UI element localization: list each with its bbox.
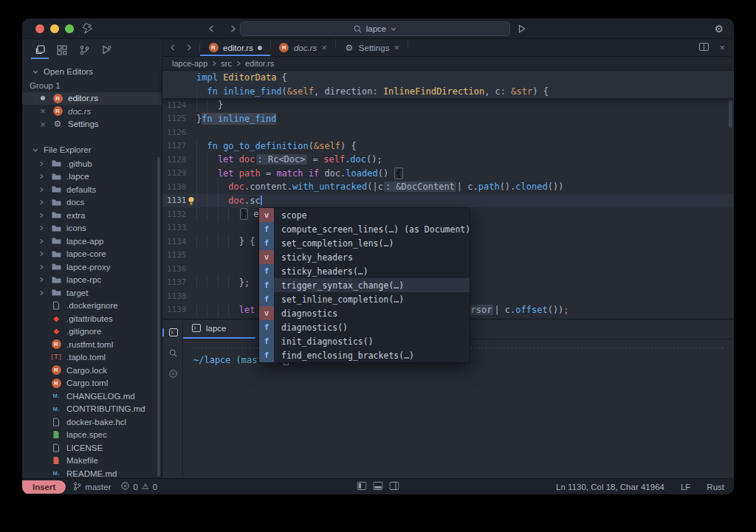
explorer-folder-row[interactable]: extra	[22, 209, 162, 222]
tabs-back-button[interactable]	[170, 44, 176, 52]
explorer-file-row[interactable]: ◆.gitattributes	[22, 312, 162, 325]
indent-guides	[196, 235, 239, 249]
completion-item[interactable]: ffind_enclosing_brackets(…)	[259, 348, 470, 362]
code-line[interactable]: 1125}fn inline_find	[162, 112, 734, 126]
language-mode[interactable]: Rust	[707, 483, 724, 491]
editor-scrollbar[interactable]	[729, 100, 732, 128]
palette-search-box[interactable]: lapce	[240, 21, 510, 36]
chevron-down-icon	[32, 147, 38, 153]
plugins-panel-icon[interactable]	[53, 42, 71, 59]
terminal-tab[interactable]: lapce	[183, 319, 255, 339]
explorer-file-row[interactable]: LICENSE	[22, 441, 162, 455]
close-icon[interactable]: ×	[38, 120, 47, 129]
explorer-folder-row[interactable]: .lapce	[22, 170, 162, 184]
close-window-button[interactable]	[35, 24, 44, 33]
explorer-file-row[interactable]: [T].taplo.toml	[22, 351, 162, 365]
completion-item[interactable]: fcompute_screen_lines(…) (as Document)	[259, 222, 470, 236]
toggle-bottom-panel-icon[interactable]	[374, 482, 383, 491]
explorer-folder-row[interactable]: lapce-rpc	[22, 274, 162, 287]
tab-Settings[interactable]: ⚙Settings×	[336, 39, 408, 56]
tab-doc-rs[interactable]: Rdoc.rs×	[271, 39, 335, 56]
explorer-folder-row[interactable]: lapce-app	[22, 235, 162, 248]
search-panel-icon[interactable]	[162, 349, 182, 357]
nav-back-button[interactable]	[208, 22, 215, 35]
breadcrumb[interactable]: lapce-appsrceditor.rs	[162, 57, 734, 71]
completion-item[interactable]: fsticky_headers(…)	[259, 264, 470, 278]
explorer-folder-row[interactable]: docs	[22, 196, 162, 210]
explorer-folder-row[interactable]: target	[22, 286, 162, 300]
close-tab-icon[interactable]: ×	[394, 43, 399, 52]
editor-group-label: Group 1	[22, 79, 162, 92]
code-action-lightbulb[interactable]	[186, 194, 196, 208]
code-line[interactable]: 1130doc.content.with_untracked(|c: &DocC…	[162, 180, 734, 194]
tabs-forward-button[interactable]	[186, 44, 192, 52]
explorer-file-row[interactable]: R.rustfmt.toml	[22, 338, 162, 351]
code-line[interactable]: 1126	[162, 125, 734, 139]
completion-item[interactable]: fset_inline_completion(…)	[259, 292, 470, 306]
code-line[interactable]: 1131doc.sc	[162, 194, 734, 208]
explorer-file-row[interactable]: docker-bake.hcl	[22, 415, 162, 429]
close-icon[interactable]: ×	[38, 106, 47, 116]
gear-icon: ⚙	[52, 120, 63, 128]
settings-gear-icon[interactable]: ⚙	[714, 24, 724, 34]
toggle-left-panel-icon[interactable]	[357, 482, 367, 491]
completion-item[interactable]: ftrigger_syntax_change(…)	[259, 278, 470, 292]
problems-panel-icon[interactable]	[162, 370, 182, 378]
tab-editor-rs[interactable]: Reditor.rs	[200, 39, 270, 56]
explorer-file-row[interactable]: M↓README.md	[22, 467, 162, 478]
line-number: 1131	[167, 196, 186, 205]
open-editors-header[interactable]: Open Editors	[22, 64, 162, 79]
explorer-file-row[interactable]: ◆.gitignore	[22, 325, 162, 339]
completion-item[interactable]: vdiagnostics	[259, 306, 470, 320]
completion-item[interactable]: fset_completion_lens(…)	[259, 236, 470, 250]
code-token: inline_find	[223, 86, 281, 97]
completion-item[interactable]: vscope	[259, 208, 470, 222]
explorer-file-row[interactable]: RCargo.lock	[22, 364, 162, 377]
toggle-right-panel-icon[interactable]	[390, 482, 399, 491]
minimize-window-button[interactable]	[50, 24, 59, 33]
open-editor-item[interactable]: ×Rdoc.rs	[22, 105, 162, 118]
completion-item[interactable]: fdiagnostics()	[259, 320, 470, 334]
explorer-file-row[interactable]: Makefile	[22, 455, 162, 468]
open-editor-item[interactable]: Reditor.rs	[22, 92, 162, 106]
open-editor-item[interactable]: ×⚙Settings	[22, 118, 162, 131]
explorer-file-row[interactable]: .dockerignore	[22, 300, 162, 313]
explorer-file-row[interactable]: RCargo.toml	[22, 377, 162, 390]
cursor-position[interactable]: Ln 1130, Col 18, Char 41964	[556, 483, 664, 491]
close-tab-icon[interactable]: ×	[321, 43, 327, 52]
zoom-window-button[interactable]	[65, 24, 74, 33]
explorer-folder-row[interactable]: icons	[22, 222, 162, 235]
branch-indicator[interactable]: master	[73, 482, 111, 492]
line-ending[interactable]: LF	[681, 483, 690, 491]
source-control-panel-icon[interactable]	[75, 42, 93, 59]
line-number: 1138	[167, 291, 186, 301]
split-editor-icon[interactable]	[699, 43, 709, 52]
explorer-file-row[interactable]: M↓CONTRIBUTING.md	[22, 403, 162, 416]
diagnostics-indicator[interactable]: 0 ⚠ 0	[121, 482, 157, 491]
mode-badge[interactable]: Insert	[22, 480, 66, 494]
modified-dot-icon[interactable]	[38, 96, 47, 100]
explorer-folder-row[interactable]: defaults	[22, 183, 162, 196]
sticky-line[interactable]: impl EditorData {	[162, 71, 734, 85]
explorer-folder-row[interactable]: lapce-core	[22, 248, 162, 261]
completion-item[interactable]: finit_diagnostics()	[259, 334, 470, 348]
completion-item[interactable]: vsticky_headers	[259, 250, 470, 264]
code-line[interactable]: 1124}	[162, 98, 734, 112]
close-editor-icon[interactable]: ×	[719, 43, 725, 52]
file-explorer-header[interactable]: File Explorer	[22, 142, 162, 157]
code-line[interactable]: 1129let path = match if doc.loaded() {	[162, 167, 734, 181]
debug-panel-icon[interactable]	[97, 42, 115, 59]
sticky-line[interactable]: fn inline_find(&self, direction: InlineF…	[162, 85, 734, 99]
explorer-file-row[interactable]: lapce.spec	[22, 429, 162, 442]
code-line[interactable]: 1128let doc: Rc<Doc> = self.doc();	[162, 153, 734, 167]
terminal-tab-icon[interactable]	[162, 328, 182, 336]
file-explorer-panel-icon[interactable]	[31, 42, 49, 59]
code-line[interactable]: 1127fn go_to_definition(&self) {	[162, 139, 734, 153]
explorer-folder-row[interactable]: .github	[22, 157, 162, 170]
sidebar-scrollbar[interactable]	[157, 157, 160, 477]
explorer-folder-row[interactable]: lapce-proxy	[22, 260, 162, 274]
explorer-file-row[interactable]: M↓CHANGELOG.md	[22, 390, 162, 403]
gutter-cell	[186, 139, 196, 153]
run-button[interactable]	[518, 18, 526, 38]
nav-forward-button[interactable]	[230, 22, 236, 35]
